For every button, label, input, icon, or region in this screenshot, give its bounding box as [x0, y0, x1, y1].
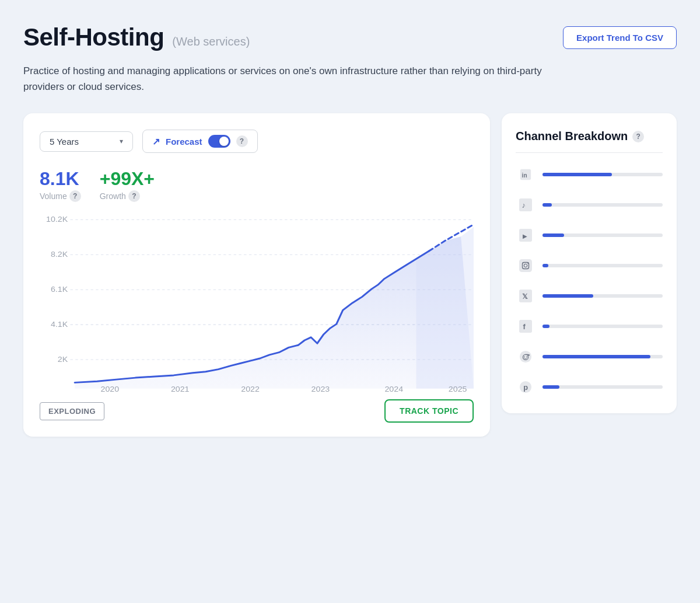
svg-text:▶: ▶: [523, 233, 527, 239]
growth-label: Growth ?: [100, 190, 155, 202]
svg-text:♪: ♪: [522, 201, 526, 210]
svg-text:𝕏: 𝕏: [522, 292, 528, 301]
pinterest-bar: [542, 385, 663, 389]
chart-area: 10.2K 8.2K 6.1K 4.1K 2K: [40, 214, 474, 395]
instagram-icon: [516, 256, 536, 276]
svg-text:6.1K: 6.1K: [51, 285, 68, 294]
svg-point-30: [520, 351, 531, 363]
svg-rect-22: [519, 259, 532, 272]
stats-row: 8.1K Volume ? +99X+ Growth ?: [40, 169, 474, 202]
track-topic-button[interactable]: TRACK TOPIC: [384, 399, 474, 423]
svg-point-32: [524, 357, 525, 358]
reddit-icon: [516, 347, 536, 367]
svg-rect-28: [519, 320, 532, 333]
exploding-badge: EXPLODING: [40, 402, 104, 420]
channel-breakdown-help-icon[interactable]: ?: [632, 131, 644, 142]
sidebar-divider: [516, 152, 663, 153]
volume-value: 8.1K: [40, 169, 81, 188]
list-item: f: [516, 316, 663, 336]
list-item: 𝕏: [516, 286, 663, 306]
pinterest-icon: p: [516, 377, 536, 397]
forecast-label: Forecast: [166, 137, 202, 147]
svg-text:2025: 2025: [449, 385, 467, 394]
facebook-icon: f: [516, 316, 536, 336]
youtube-bar: [542, 233, 663, 237]
list-item: in: [516, 165, 663, 184]
svg-point-25: [527, 263, 528, 264]
volume-help-icon[interactable]: ?: [69, 190, 81, 202]
trend-chart: 10.2K 8.2K 6.1K 4.1K 2K: [40, 214, 474, 395]
controls-row: 5 Years ▾ ↗ Forecast ?: [40, 130, 474, 153]
volume-label: Volume ?: [40, 190, 81, 202]
svg-text:2021: 2021: [171, 385, 190, 394]
svg-text:in: in: [522, 172, 527, 179]
x-bar: [542, 294, 663, 298]
linkedin-bar: [542, 173, 663, 176]
facebook-bar: [542, 325, 663, 328]
svg-text:4.1K: 4.1K: [51, 320, 68, 329]
export-csv-button[interactable]: Export Trend To CSV: [563, 26, 677, 49]
x-icon: 𝕏: [516, 286, 536, 306]
chart-card: 5 Years ▾ ↗ Forecast ? 8.1K Volume ?: [23, 113, 490, 437]
svg-text:2024: 2024: [384, 385, 403, 394]
card-bottom-row: EXPLODING TRACK TOPIC: [40, 399, 474, 423]
growth-help-icon[interactable]: ?: [128, 190, 140, 202]
trending-up-icon: ↗: [152, 136, 160, 147]
list-item: ▶: [516, 225, 663, 245]
channel-list: in ♪: [516, 165, 663, 397]
years-label: 5 Years: [50, 137, 79, 147]
page-title: Self-Hosting: [23, 23, 164, 51]
page-description: Practice of hosting and managing applica…: [23, 63, 548, 95]
forecast-toggle[interactable]: [208, 135, 230, 148]
forecast-button[interactable]: ↗ Forecast ?: [142, 130, 258, 153]
volume-stat: 8.1K Volume ?: [40, 169, 81, 202]
chevron-down-icon: ▾: [120, 137, 123, 145]
svg-text:2K: 2K: [58, 355, 68, 364]
growth-value: +99X+: [100, 169, 155, 188]
youtube-icon: ▶: [516, 225, 536, 245]
sidebar-title: Channel Breakdown ?: [516, 130, 663, 143]
title-group: Self-Hosting (Web services): [23, 23, 250, 51]
list-item: [516, 347, 663, 367]
sidebar-card: Channel Breakdown ? in ♪: [502, 113, 677, 413]
svg-point-33: [526, 357, 527, 358]
svg-text:p: p: [523, 383, 528, 392]
tiktok-icon: ♪: [516, 195, 536, 215]
svg-text:2023: 2023: [312, 385, 330, 394]
svg-text:f: f: [523, 322, 526, 331]
growth-stat: +99X+ Growth ?: [100, 169, 155, 202]
svg-text:2022: 2022: [241, 385, 260, 394]
forecast-help-icon[interactable]: ?: [236, 135, 248, 147]
reddit-bar: [542, 355, 663, 358]
svg-text:10.2K: 10.2K: [46, 215, 68, 224]
page-subtitle: (Web services): [172, 35, 250, 48]
instagram-bar: [542, 264, 663, 267]
svg-text:8.2K: 8.2K: [51, 250, 68, 259]
years-select[interactable]: 5 Years ▾: [40, 131, 133, 152]
page-header: Self-Hosting (Web services) Export Trend…: [23, 23, 677, 51]
list-item: p: [516, 377, 663, 397]
svg-text:2020: 2020: [101, 385, 120, 394]
tiktok-bar: [542, 203, 663, 207]
list-item: [516, 256, 663, 276]
list-item: ♪: [516, 195, 663, 215]
linkedin-icon: in: [516, 165, 536, 184]
main-content: 5 Years ▾ ↗ Forecast ? 8.1K Volume ?: [23, 113, 677, 437]
